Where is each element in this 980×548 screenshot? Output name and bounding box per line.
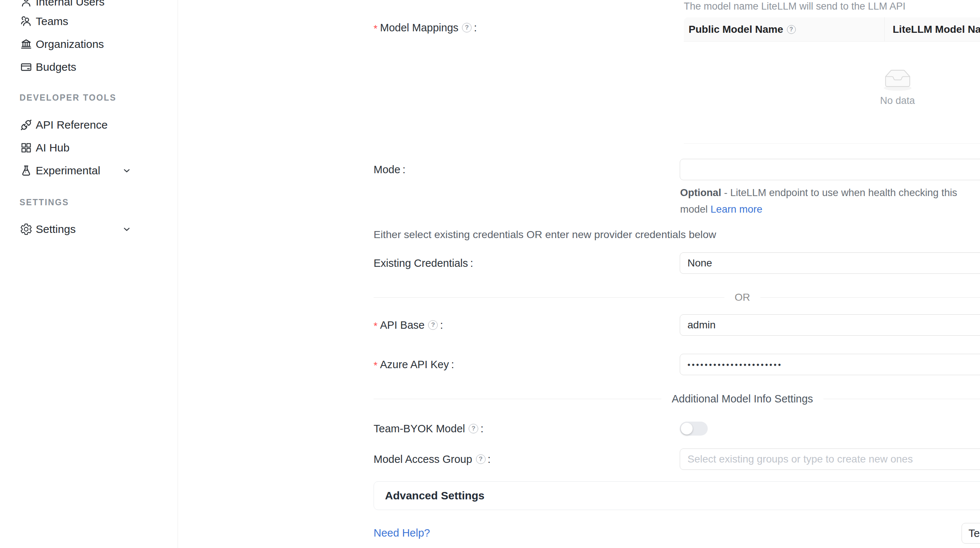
divider-line [374, 297, 724, 298]
add-model-page: Internal Users Teams Orga [0, 0, 980, 548]
toggle-knob [681, 423, 693, 435]
sidebar-item-ai-hub[interactable]: AI Hub [0, 136, 178, 159]
column-header-text: Public Model Name [689, 24, 783, 35]
chevron-down-icon [122, 224, 132, 234]
or-divider: OR [374, 291, 980, 304]
advanced-settings-panel[interactable]: Advanced Settings [374, 481, 980, 510]
label-text: Model Access Group [374, 453, 473, 465]
required-asterisk: * [374, 321, 378, 332]
no-data-text: No data [684, 95, 980, 107]
divider-text: OR [735, 292, 750, 303]
model-access-group-select[interactable]: Select existing groups or type to create… [680, 449, 980, 470]
credentials-note: Either select existing credentials OR en… [374, 228, 716, 241]
gear-icon [19, 223, 33, 236]
required-asterisk: * [374, 360, 378, 371]
appstore-icon [19, 141, 33, 155]
need-help-link[interactable]: Need Help? [374, 527, 430, 539]
select-value: None [687, 257, 712, 269]
label-text: Team-BYOK Model [374, 423, 465, 435]
bank-icon [19, 38, 33, 51]
credit-card-icon [19, 61, 33, 74]
help-circle-icon[interactable]: ? [428, 320, 438, 330]
flask-icon [19, 164, 33, 177]
sidebar-section-settings: SETTINGS [19, 198, 69, 207]
masked-password-value: •••••••••••••••••••••• [687, 360, 782, 370]
help-circle-icon[interactable]: ? [469, 424, 478, 433]
sidebar-item-budgets[interactable]: Budgets [0, 56, 178, 78]
label-text: API Base [380, 319, 425, 331]
help-circle-icon[interactable]: ? [476, 454, 485, 464]
label-colon: : [451, 358, 454, 371]
api-base-label: * API Base ? : [374, 314, 443, 336]
sidebar-item-label: API Reference [36, 119, 108, 131]
empty-inbox-icon [878, 67, 917, 92]
sidebar-item-label: Teams [36, 15, 68, 28]
chevron-down-icon [122, 166, 132, 176]
input-value: admin [687, 319, 716, 331]
sidebar-item-label: Internal Users [36, 0, 105, 8]
sidebar-item-label: AI Hub [36, 142, 70, 154]
plug-icon [19, 118, 33, 132]
sidebar-item-label: Organizations [36, 38, 104, 51]
add-model-form: The model name LiteLLM will send to the … [178, 0, 980, 548]
label-colon: : [402, 164, 406, 176]
label-colon: : [474, 22, 477, 34]
sidebar-item-label: Experimental [36, 164, 100, 177]
api-base-input[interactable]: admin [680, 314, 980, 336]
litellm-model-helper-text: The model name LiteLLM will send to the … [684, 1, 905, 12]
required-asterisk: * [374, 23, 378, 35]
label-colon: : [470, 257, 473, 269]
azure-api-key-label: * Azure API Key : [374, 354, 454, 375]
sidebar-section-developer-tools: DEVELOPER TOOLS [19, 93, 116, 103]
divider-line [374, 399, 661, 399]
existing-credentials-select[interactable]: None [680, 252, 980, 274]
mode-select[interactable] [680, 159, 980, 180]
sidebar: Internal Users Teams Orga [0, 0, 178, 548]
help-bold: Optional [680, 187, 721, 198]
test-connect-button[interactable]: Test Connect [962, 523, 980, 543]
mode-help-text: Optional - LiteLLM endpoint to use when … [680, 184, 977, 217]
user-icon [19, 0, 33, 8]
divider-line [823, 399, 980, 399]
existing-credentials-label: Existing Credentials : [374, 252, 473, 274]
sidebar-item-label: Budgets [36, 61, 76, 73]
column-header-text: LiteLLM Model Name [892, 24, 980, 35]
label-colon: : [440, 319, 443, 331]
additional-model-info-divider: Additional Model Info Settings [374, 392, 980, 405]
sidebar-item-experimental[interactable]: Experimental [0, 159, 178, 182]
model-mappings-label: * Model Mappings ? : [374, 17, 477, 38]
label-text: Mode [374, 164, 401, 176]
divider-text: Additional Model Info Settings [671, 393, 813, 405]
advanced-settings-title: Advanced Settings [385, 489, 484, 502]
team-byok-label: Team-BYOK Model ? : [374, 418, 484, 439]
label-text: Model Mappings [380, 22, 459, 34]
label-colon: : [488, 453, 491, 465]
select-placeholder: Select existing groups or type to create… [687, 453, 913, 465]
team-icon [19, 15, 33, 28]
sidebar-item-label: Settings [36, 223, 76, 236]
help-circle-icon[interactable]: ? [462, 23, 472, 32]
column-header-litellm-model-name: LiteLLM Model Name ? [885, 18, 980, 41]
divider-line [760, 297, 980, 298]
sidebar-item-api-reference[interactable]: API Reference [0, 113, 178, 136]
model-access-group-label: Model Access Group ? : [374, 449, 491, 470]
model-mappings-table: Public Model Name ? LiteLLM Model Name ?… [684, 18, 980, 144]
label-colon: : [480, 423, 484, 435]
column-header-public-model-name: Public Model Name ? [684, 18, 885, 41]
team-byok-toggle[interactable] [680, 422, 708, 436]
table-header-row: Public Model Name ? LiteLLM Model Name ? [684, 18, 980, 41]
sidebar-item-organizations[interactable]: Organizations [0, 33, 178, 56]
azure-api-key-input[interactable]: •••••••••••••••••••••• [680, 354, 980, 375]
label-text: Existing Credentials [374, 257, 468, 269]
help-circle-icon[interactable]: ? [787, 25, 796, 34]
learn-more-link[interactable]: Learn more [711, 204, 763, 215]
mode-label: Mode : [374, 159, 406, 180]
label-text: Azure API Key [380, 358, 449, 371]
empty-state: No data [684, 67, 980, 107]
sidebar-item-settings[interactable]: Settings [0, 218, 178, 241]
sidebar-item-teams[interactable]: Teams [0, 10, 178, 33]
